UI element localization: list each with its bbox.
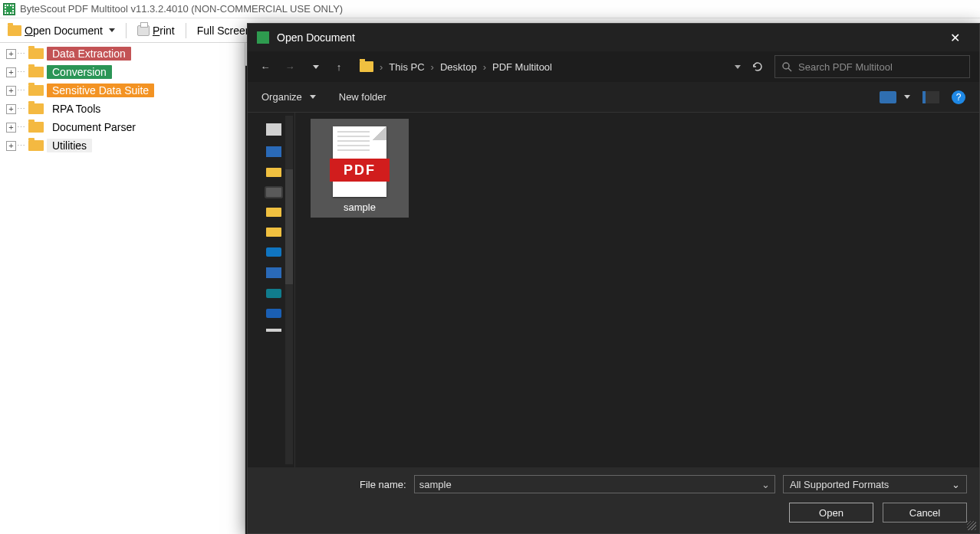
dialog-titlebar[interactable]: Open Document ✕ (248, 24, 979, 51)
file-type-select[interactable]: All Supported Formats ⌄ (783, 475, 967, 493)
filename-input[interactable]: sample ⌄ (414, 475, 775, 493)
tree-item-label: RPA Tools (47, 102, 106, 116)
expand-icon[interactable]: + (6, 86, 16, 96)
nav-up-button[interactable]: ↑ (331, 58, 347, 75)
tree-item-label: Conversion (47, 65, 112, 79)
app-icon (257, 31, 269, 44)
file-name-label: sample (344, 201, 376, 213)
open-document-button[interactable]: Open Document (3, 23, 120, 38)
preview-pane-button[interactable] (922, 91, 939, 103)
printer-icon (137, 25, 150, 36)
folder-icon (28, 140, 44, 151)
breadcrumb[interactable]: Desktop (440, 61, 477, 73)
nav-back-button[interactable]: ← (257, 58, 274, 75)
filename-label: File name: (360, 479, 406, 490)
dialog-search-input[interactable]: Search PDF Multitool (774, 55, 970, 78)
dialog-title: Open Document (277, 31, 355, 44)
window-titlebar: ByteScout PDF Multitool v11.3.2.4010 (NO… (0, 0, 980, 18)
tree-item-label: Document Parser (47, 120, 141, 134)
folder-icon (28, 85, 44, 96)
chevron-down-icon[interactable] (735, 65, 741, 69)
tree-item[interactable]: +⋯Sensitive Data Suite (0, 81, 245, 100)
folder-icon (360, 61, 373, 72)
folder-icon (28, 122, 44, 133)
tree-item[interactable]: +⋯Document Parser (0, 118, 245, 136)
folder-open-icon (8, 25, 21, 36)
open-button[interactable]: Open (789, 503, 873, 523)
view-icon (880, 91, 896, 103)
nav-item[interactable] (266, 309, 281, 318)
nav-item[interactable] (266, 329, 281, 332)
nav-item[interactable] (266, 146, 281, 157)
dialog-commandbar: Organize New folder ? (248, 82, 979, 113)
new-folder-button[interactable]: New folder (339, 91, 386, 103)
app-icon (3, 3, 15, 15)
dialog-footer: File name: sample ⌄ All Supported Format… (248, 467, 979, 533)
nav-item[interactable] (266, 168, 281, 177)
nav-item[interactable] (266, 267, 281, 278)
folder-icon (28, 67, 44, 77)
svg-point-14 (783, 63, 789, 69)
nav-item[interactable] (266, 208, 281, 217)
resize-grip[interactable] (967, 521, 976, 530)
nav-item[interactable] (266, 289, 281, 298)
chevron-down-icon[interactable] (109, 28, 115, 32)
nav-scrollbar-track[interactable] (285, 116, 293, 464)
chevron-down-icon (310, 95, 316, 99)
chevron-down-icon[interactable]: ⌄ (761, 479, 770, 490)
nav-recent-button[interactable] (306, 58, 323, 75)
breadcrumb[interactable]: This PC (389, 61, 424, 73)
tree-item-label: Utilities (47, 139, 92, 152)
expand-icon[interactable]: + (6, 123, 16, 133)
print-button[interactable]: Print (133, 23, 179, 38)
refresh-button[interactable] (748, 57, 767, 76)
address-bar[interactable]: › This PC › Desktop › PDF Multitool (360, 55, 741, 78)
nav-forward-button[interactable]: → (281, 58, 298, 75)
folder-icon (28, 103, 44, 114)
svg-line-15 (788, 68, 791, 71)
expand-icon[interactable]: + (6, 104, 16, 114)
file-item-sample[interactable]: PDF sample (311, 119, 409, 218)
tree-item-label: Data Extraction (47, 47, 131, 61)
dialog-navbar: ← → ↑ › This PC › Desktop › PDF Multitoo… (248, 51, 979, 82)
nav-scrollbar-thumb[interactable] (285, 169, 293, 284)
expand-icon[interactable]: + (6, 141, 16, 151)
tree-item-label: Sensitive Data Suite (47, 84, 154, 97)
sidebar-tree[interactable]: +⋯Data Extraction+⋯Conversion+⋯Sensitive… (0, 43, 245, 534)
view-mode-button[interactable] (880, 91, 910, 103)
folder-icon (28, 48, 44, 59)
nav-item[interactable] (266, 228, 281, 237)
search-icon (781, 61, 792, 72)
chevron-down-icon (904, 95, 910, 99)
pdf-file-icon: PDF (333, 126, 386, 197)
nav-item[interactable] (266, 123, 281, 136)
tree-item[interactable]: +⋯Conversion (0, 63, 245, 81)
nav-item[interactable] (266, 188, 281, 197)
window-title: ByteScout PDF Multitool v11.3.2.4010 (NO… (20, 3, 343, 15)
tree-item[interactable]: +⋯RPA Tools (0, 100, 245, 118)
expand-icon[interactable]: + (6, 49, 16, 59)
breadcrumb[interactable]: PDF Multitool (492, 61, 552, 73)
file-list[interactable]: PDF sample (295, 113, 979, 467)
expand-icon[interactable]: + (6, 67, 16, 77)
nav-item[interactable] (266, 247, 281, 257)
dialog-nav-pane[interactable] (248, 113, 295, 467)
tree-item[interactable]: +⋯Data Extraction (0, 44, 245, 63)
tree-item[interactable]: +⋯Utilities (0, 136, 245, 155)
open-document-dialog: Open Document ✕ ← → ↑ › This PC › Deskto… (247, 23, 980, 534)
search-placeholder: Search PDF Multitool (798, 61, 893, 73)
chevron-down-icon: ⌄ (952, 479, 960, 490)
cancel-button[interactable]: Cancel (883, 503, 967, 523)
help-button[interactable]: ? (952, 90, 965, 104)
organize-button[interactable]: Organize (261, 91, 316, 103)
dialog-close-button[interactable]: ✕ (939, 26, 970, 49)
